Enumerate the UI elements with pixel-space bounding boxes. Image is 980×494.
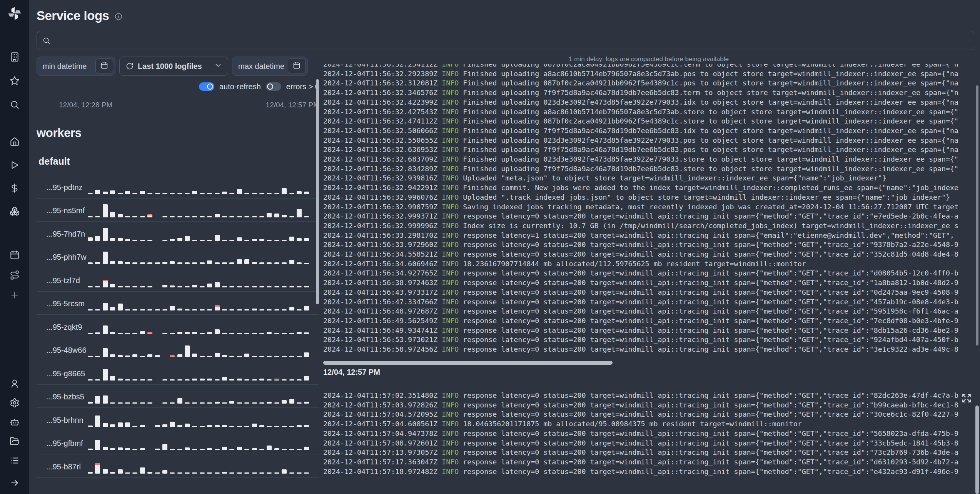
horizontal-scrollbar-thumb[interactable] (323, 361, 613, 365)
activity-bar (88, 193, 93, 194)
log1-scrollbar-thumb[interactable] (976, 85, 978, 345)
activity-bar (103, 204, 108, 217)
worker-row[interactable]: ...95-pdtnz (37, 175, 319, 199)
info-icon[interactable] (114, 12, 123, 21)
activity-bar (103, 348, 108, 357)
log-line: 2024-12-04T11:56:58.972456Z INFO respons… (323, 345, 974, 354)
activity-bar (192, 472, 197, 474)
windmill-logo[interactable] (7, 5, 23, 22)
list-icon[interactable] (10, 456, 20, 466)
auto-refresh-toggle[interactable] (199, 82, 214, 91)
bot-icon[interactable] (10, 417, 20, 427)
activity-bar (252, 424, 257, 427)
min-datetime-picker[interactable]: min datetime (37, 57, 115, 76)
activity-bar (88, 333, 93, 334)
errors-toggle[interactable] (266, 82, 281, 91)
activity-bar (200, 193, 205, 194)
activity-bar (222, 472, 227, 474)
activity-bar (237, 447, 242, 450)
activity-bar (289, 472, 294, 474)
calendar-button[interactable] (288, 58, 306, 74)
log-line: 2024-12-04T11:56:32.346576Z INFO Finishe… (323, 88, 974, 98)
worker-name: ...95-gfbmf (37, 439, 88, 448)
route-icon[interactable] (10, 270, 20, 280)
sidebar-expand-arrow[interactable] (10, 478, 20, 488)
search-icon[interactable] (10, 100, 20, 110)
play-icon[interactable] (10, 160, 20, 170)
activity-bar (95, 309, 100, 310)
worker-row[interactable]: ...95-7hd7n (37, 222, 319, 245)
worker-row[interactable]: ...95-5rcsm (37, 292, 319, 315)
activity-bar (88, 379, 93, 381)
activity-bar (304, 332, 309, 334)
activity-bar (222, 355, 227, 357)
worker-row[interactable]: ...95-gfbmf (37, 431, 319, 455)
settings-icon[interactable] (10, 398, 20, 408)
worker-list: ...95-pdtnz...95-ns5mf...95-7hd7n...95-p… (37, 175, 319, 478)
activity-bar (140, 402, 145, 404)
worker-row[interactable]: ...95-48w66 (37, 338, 319, 362)
activity-bar (282, 400, 287, 404)
activity-bar (88, 216, 93, 217)
log-line: 2024-12-04T11:56:32.834289Z INFO Finishe… (323, 164, 974, 174)
search-input[interactable] (54, 36, 968, 45)
activity-bar (147, 262, 152, 264)
building-icon[interactable] (10, 52, 20, 62)
worker-row[interactable]: ...95-b87rl (37, 454, 319, 478)
activity-bar (118, 355, 123, 357)
activity-bar (125, 333, 130, 334)
worker-row[interactable]: ...95-brhnn (37, 408, 319, 431)
log2-scrollbar-thumb[interactable] (975, 406, 979, 494)
activity-bar (222, 333, 227, 334)
activity-bar (162, 379, 167, 381)
search-icon (42, 37, 50, 45)
plus-icon[interactable] (10, 290, 20, 300)
calendar-icon[interactable] (10, 250, 20, 260)
activity-bar (192, 354, 197, 357)
worker-row[interactable]: ...95-zqkt9 (37, 315, 319, 338)
log-line: 2024-12-04T11:56:32.506066Z INFO Finishe… (323, 126, 974, 136)
activity-bar (267, 240, 272, 241)
activity-bar (177, 332, 182, 334)
worker-row[interactable]: ...95-g8665 (37, 361, 319, 385)
dollar-icon[interactable] (10, 183, 20, 193)
boxes-icon[interactable] (10, 206, 20, 216)
log-line: 2024-12-04T11:56:33.298170Z INFO respons… (323, 231, 974, 240)
activity-bar (88, 356, 93, 357)
log-line: 2024-12-04T11:56:32.474112Z INFO Finishe… (323, 117, 974, 126)
worker-row[interactable]: ...95-ns5mf (37, 199, 319, 222)
activity-bar (88, 286, 93, 287)
calendar-button[interactable] (95, 58, 113, 74)
worker-name: ...95-phh7w (37, 253, 88, 262)
worker-activity-sparkline (88, 325, 319, 338)
activity-bar (118, 422, 123, 427)
activity-bar (267, 193, 272, 194)
sidebar-divider (0, 119, 29, 119)
activity-bar (259, 239, 264, 241)
activity-bar (95, 396, 100, 404)
activity-bar (267, 446, 272, 450)
max-datetime-picker[interactable]: max datetime (232, 57, 308, 76)
logfiles-refresh-button[interactable]: Last 1000 logfiles (120, 57, 208, 75)
worker-row[interactable]: ...95-tzl7d (37, 268, 319, 292)
activity-bar (103, 252, 108, 264)
user-icon[interactable] (10, 379, 20, 389)
log-section-1: 2024-12-04T11:56:32.254112Z INFO Finishe… (323, 64, 974, 359)
folder-open-icon[interactable] (10, 436, 20, 446)
star-icon[interactable] (10, 76, 20, 86)
worker-row[interactable]: ...95-bzbs5 (37, 385, 319, 408)
worker-row[interactable]: ...95-phh7w (37, 245, 319, 269)
expand-icon[interactable] (962, 393, 972, 403)
activity-bar (207, 193, 212, 194)
activity-bar (297, 449, 302, 450)
activity-bar (252, 216, 257, 217)
log-line: 2024-12-04T11:56:34.558521Z INFO respons… (323, 250, 974, 259)
activity-bar (237, 189, 242, 194)
home-icon[interactable] (10, 137, 20, 147)
log-search-box[interactable] (37, 31, 974, 50)
activity-bar (95, 332, 100, 334)
logfiles-dropdown-button[interactable] (208, 57, 228, 75)
activity-bar (244, 240, 249, 241)
workers-scrollbar-thumb[interactable] (316, 79, 319, 304)
calendar-icon (293, 62, 301, 71)
